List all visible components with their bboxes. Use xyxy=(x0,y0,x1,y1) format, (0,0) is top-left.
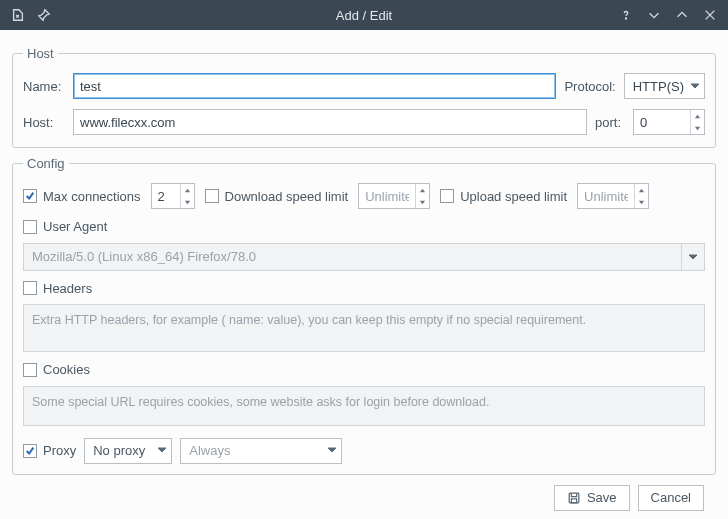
app-icon xyxy=(10,7,26,23)
save-label: Save xyxy=(587,490,617,505)
useragent-combo: Mozilla/5.0 (Linux x86_64) Firefox/78.0 xyxy=(23,243,705,271)
proxy-label: Proxy xyxy=(43,443,76,458)
titlebar: Add / Edit xyxy=(0,0,728,30)
ulspeed-label: Upload speed limit xyxy=(460,189,567,204)
proxy-mode-combo: Always xyxy=(180,438,342,464)
proxy-value: No proxy xyxy=(93,443,145,458)
spin-up-icon xyxy=(635,184,648,196)
maxconn-label: Max connections xyxy=(43,189,141,204)
pin-icon[interactable] xyxy=(36,7,52,23)
dlspeed-spin xyxy=(358,183,430,209)
cookies-label: Cookies xyxy=(43,362,90,377)
maximize-icon[interactable] xyxy=(674,7,690,23)
cancel-button[interactable]: Cancel xyxy=(638,485,704,511)
help-icon[interactable] xyxy=(618,7,634,23)
port-input[interactable] xyxy=(634,110,690,134)
name-input[interactable] xyxy=(73,73,556,99)
protocol-combo[interactable]: HTTP(S) xyxy=(624,73,705,99)
svg-rect-2 xyxy=(571,498,576,502)
headers-check[interactable]: Headers xyxy=(23,281,92,296)
proxy-check[interactable]: Proxy xyxy=(23,443,76,458)
useragent-check[interactable]: User Agent xyxy=(23,219,107,234)
dlspeed-input xyxy=(359,184,415,208)
spin-down-icon xyxy=(416,196,429,208)
port-spin[interactable] xyxy=(633,109,705,135)
close-icon[interactable] xyxy=(702,7,718,23)
save-button[interactable]: Save xyxy=(554,485,630,511)
cancel-label: Cancel xyxy=(651,490,691,505)
host-label: Host: xyxy=(23,115,65,130)
name-label: Name: xyxy=(23,79,65,94)
minimize-icon[interactable] xyxy=(646,7,662,23)
protocol-label: Protocol: xyxy=(564,79,615,94)
spin-down-icon[interactable] xyxy=(691,122,704,134)
cookies-check[interactable]: Cookies xyxy=(23,362,90,377)
host-group: Host Name: Protocol: HTTP(S) Host: port: xyxy=(12,46,716,148)
chevron-down-icon xyxy=(690,79,700,94)
spin-up-icon xyxy=(416,184,429,196)
chevron-down-icon xyxy=(681,244,698,270)
host-input[interactable] xyxy=(73,109,587,135)
headers-label: Headers xyxy=(43,281,92,296)
maxconn-spin[interactable] xyxy=(151,183,195,209)
spin-up-icon[interactable] xyxy=(181,184,194,196)
useragent-label: User Agent xyxy=(43,219,107,234)
maxconn-input[interactable] xyxy=(152,184,180,208)
chevron-down-icon xyxy=(327,443,337,458)
spin-up-icon[interactable] xyxy=(691,110,704,122)
save-icon xyxy=(567,491,581,505)
spin-down-icon[interactable] xyxy=(181,196,194,208)
cookies-textarea: Some special URL requires cookies, some … xyxy=(23,386,705,426)
config-legend: Config xyxy=(23,156,69,171)
headers-textarea: Extra HTTP headers, for example ( name: … xyxy=(23,304,705,352)
dlspeed-label: Download speed limit xyxy=(225,189,349,204)
config-group: Config Max connections Download speed li… xyxy=(12,156,716,475)
ulspeed-input xyxy=(578,184,634,208)
port-label: port: xyxy=(595,115,625,130)
ulspeed-spin xyxy=(577,183,649,209)
maxconn-check[interactable]: Max connections xyxy=(23,189,141,204)
proxy-combo[interactable]: No proxy xyxy=(84,438,172,464)
host-legend: Host xyxy=(23,46,58,61)
svg-rect-1 xyxy=(569,493,579,503)
proxy-mode-value: Always xyxy=(189,443,230,458)
ulspeed-check[interactable]: Upload speed limit xyxy=(440,189,567,204)
protocol-value: HTTP(S) xyxy=(633,79,684,94)
useragent-value: Mozilla/5.0 (Linux x86_64) Firefox/78.0 xyxy=(32,249,256,264)
chevron-down-icon xyxy=(157,443,167,458)
spin-down-icon xyxy=(635,196,648,208)
svg-point-0 xyxy=(625,18,626,19)
dlspeed-check[interactable]: Download speed limit xyxy=(205,189,349,204)
